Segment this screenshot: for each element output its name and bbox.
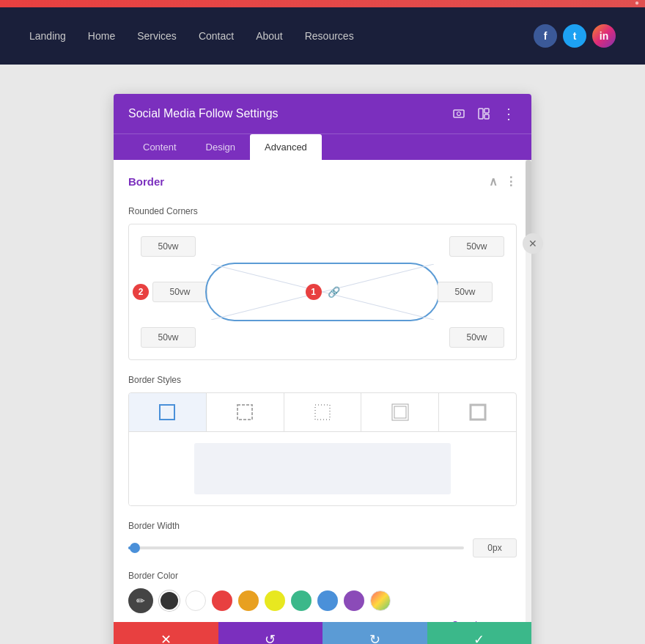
color-tab-saved[interactable]: Saved	[452, 620, 477, 623]
svg-rect-8	[237, 405, 252, 420]
corner-left-input[interactable]	[152, 282, 207, 302]
border-styles-label: Border Styles	[128, 375, 517, 385]
cancel-button[interactable]: ✕	[114, 622, 218, 644]
social-facebook-icon[interactable]: f	[534, 24, 557, 48]
modal-body: Border ∧ ⋮ Rounded Corners	[114, 160, 531, 622]
swatch-black[interactable]	[159, 590, 180, 611]
rounded-corners-label: Rounded Corners	[128, 206, 517, 216]
nav-link-resources[interactable]: Resources	[305, 30, 354, 42]
svg-rect-4	[484, 114, 489, 119]
border-preview-inner	[194, 443, 451, 494]
rounded-box-preview: 1 🔗	[205, 263, 440, 321]
color-tab-recent[interactable]: Recent	[489, 621, 517, 623]
swatch-green[interactable]	[291, 590, 312, 611]
svg-rect-12	[471, 405, 485, 420]
border-preview-area	[129, 432, 516, 505]
modal-header: Social Media Follow Settings	[114, 94, 531, 133]
border-title: Border	[128, 175, 164, 188]
border-color-field: Border Color ✏	[128, 571, 517, 622]
swatch-gradient[interactable]	[370, 590, 391, 611]
border-style-dotted[interactable]	[284, 393, 362, 431]
nav-link-landing[interactable]: Landing	[29, 30, 66, 42]
rounded-corners-container: 2 1 🔗	[128, 224, 517, 360]
section-title-actions: ∧ ⋮	[489, 175, 517, 189]
social-twitter-icon[interactable]: t	[563, 24, 586, 48]
border-width-field: Border Width 0px	[128, 521, 517, 557]
modal-close-outside[interactable]: ✕	[523, 233, 543, 254]
section-title: Border ∧ ⋮	[128, 175, 517, 194]
undo-button[interactable]: ↺	[218, 622, 323, 644]
rounded-corners-field: Rounded Corners 2	[128, 206, 517, 360]
border-style-groove[interactable]	[439, 393, 516, 431]
slider-row: 0px	[128, 538, 517, 557]
badge-2: 2	[133, 284, 149, 300]
svg-rect-2	[479, 109, 483, 119]
section-more-icon[interactable]: ⋮	[505, 175, 517, 189]
border-style-double[interactable]	[361, 393, 439, 431]
layout-icon[interactable]	[476, 106, 492, 122]
swatch-purple[interactable]	[344, 590, 364, 611]
border-style-dashed[interactable]	[207, 393, 284, 431]
social-icons: f t in	[534, 24, 616, 48]
border-width-value[interactable]: 0px	[473, 538, 517, 557]
corner-right-input[interactable]	[438, 282, 493, 302]
border-section: Border ∧ ⋮ Rounded Corners	[128, 175, 517, 622]
border-styles-field: Border Styles	[128, 375, 517, 506]
slider-thumb[interactable]	[130, 543, 140, 553]
nav-link-contact[interactable]: Contact	[199, 30, 234, 42]
border-style-solid[interactable]	[129, 393, 207, 431]
tab-advanced[interactable]: Advanced	[250, 134, 322, 160]
svg-rect-7	[160, 405, 174, 420]
more-colors-icon[interactable]: ⋯	[128, 619, 140, 622]
tab-content[interactable]: Content	[128, 134, 191, 160]
border-styles-container	[128, 392, 517, 506]
tab-design[interactable]: Design	[191, 134, 250, 160]
svg-rect-0	[454, 110, 464, 117]
modal-header-icons: ⋮	[451, 106, 517, 122]
corner-top-left-input[interactable]	[141, 236, 196, 257]
modal-title: Social Media Follow Settings	[128, 107, 279, 120]
modal-tabs: Content Design Advanced	[114, 133, 531, 160]
modal-wrapper: Social Media Follow Settings	[114, 94, 531, 644]
top-bar	[0, 0, 645, 7]
collapse-icon[interactable]: ∧	[489, 175, 498, 189]
swatch-white[interactable]	[185, 590, 206, 611]
svg-rect-11	[394, 406, 406, 418]
border-width-slider[interactable]	[128, 546, 464, 549]
corner-top-right-input[interactable]	[449, 236, 504, 257]
svg-rect-9	[315, 405, 330, 420]
swatch-orange[interactable]	[238, 590, 259, 611]
swatch-blue[interactable]	[317, 590, 338, 611]
color-picker-button[interactable]: ✏	[128, 588, 153, 613]
link-icon: 🔗	[328, 286, 340, 298]
svg-rect-3	[484, 109, 489, 113]
border-width-label: Border Width	[128, 521, 517, 531]
border-style-options	[129, 393, 516, 432]
save-button[interactable]: ✓	[427, 622, 532, 644]
social-instagram-icon[interactable]: in	[592, 24, 616, 48]
main-content: Social Media Follow Settings	[0, 65, 645, 644]
scrollbar-track[interactable]	[526, 160, 531, 622]
redo-button[interactable]: ↻	[322, 622, 427, 644]
nav-links: Landing Home Services Contact About Reso…	[29, 30, 354, 42]
preview-icon[interactable]	[451, 106, 467, 122]
swatch-yellow[interactable]	[265, 590, 285, 611]
corner-bottom-left-input[interactable]	[141, 327, 196, 348]
nav-link-services[interactable]: Services	[137, 30, 177, 42]
nav-bar: Landing Home Services Contact About Reso…	[0, 7, 645, 65]
more-options-icon[interactable]: ⋮	[501, 106, 517, 122]
border-color-label: Border Color	[128, 571, 517, 581]
modal-panel: Social Media Follow Settings	[114, 94, 531, 644]
svg-point-1	[457, 112, 461, 116]
swatch-red[interactable]	[212, 590, 232, 611]
color-tabs: Saved Recent	[452, 620, 517, 623]
corner-bottom-right-input[interactable]	[449, 327, 504, 348]
badge-1: 1	[306, 284, 322, 300]
nav-link-home[interactable]: Home	[88, 30, 115, 42]
nav-link-about[interactable]: About	[256, 30, 283, 42]
modal-footer: ✕ ↺ ↻ ✓	[114, 622, 531, 644]
color-swatches: ✏	[128, 588, 517, 613]
